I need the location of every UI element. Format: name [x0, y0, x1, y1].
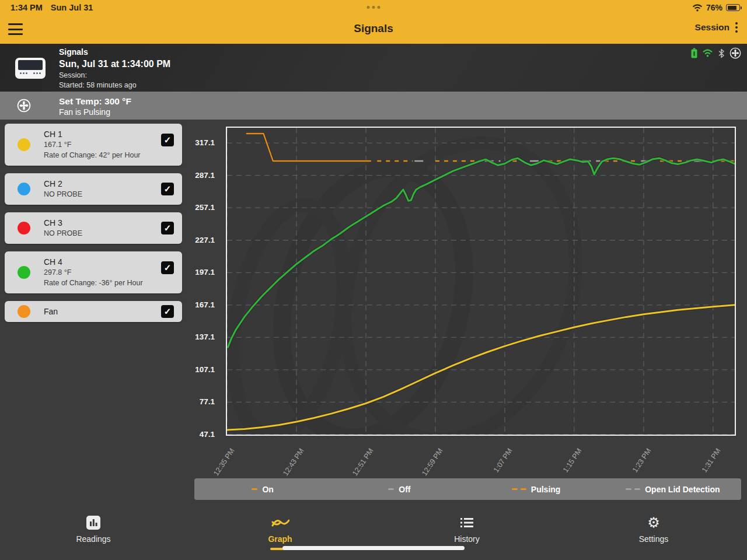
- temperature-chart[interactable]: [226, 127, 736, 436]
- bar-chart-icon: [86, 514, 101, 531]
- channel-detail: 167.1 °F: [44, 140, 154, 150]
- fan-icon: [17, 99, 31, 113]
- tab-history[interactable]: History: [374, 506, 560, 560]
- battery-percent: 76%: [706, 3, 722, 12]
- checkmark-icon: ✓: [164, 184, 172, 194]
- battery-icon: [726, 4, 740, 11]
- y-axis-tick: 77.1: [200, 397, 215, 406]
- off-dash-icon: [388, 488, 394, 490]
- status-bar: 1:34 PM Sun Jul 31 76%: [0, 0, 747, 15]
- y-axis-tick: 137.1: [195, 332, 215, 341]
- channel-checkbox[interactable]: ✓: [161, 261, 174, 274]
- channel-title: CH 4: [44, 257, 154, 267]
- y-axis-tick: 257.1: [195, 203, 215, 212]
- legend-label: Open Lid Detection: [645, 485, 720, 494]
- legend-label: Off: [399, 485, 410, 494]
- legend-item-on: On: [194, 485, 331, 494]
- session-label: Session: [695, 22, 729, 33]
- legend-item-pulsing: Pulsing: [468, 485, 605, 494]
- fan-legend-bar: OnOffPulsingOpen Lid Detection: [194, 478, 741, 500]
- channel-detail: NO PROBE: [44, 229, 154, 239]
- legend-item-off: Off: [331, 485, 467, 494]
- page-title: Signals: [0, 22, 747, 35]
- checkmark-icon: ✓: [164, 223, 172, 233]
- fan-icon: [729, 47, 741, 59]
- trend-lines-icon: [271, 514, 289, 531]
- checkmark-icon: ✓: [164, 135, 172, 145]
- tab-settings[interactable]: ⚙ Settings: [560, 506, 747, 560]
- device-battery-icon: [691, 48, 697, 58]
- y-axis-tick: 227.1: [195, 236, 215, 244]
- fan-state-label: Fan is Pulsing: [59, 107, 110, 117]
- y-axis-tick: 287.1: [195, 171, 215, 180]
- y-axis-tick: 47.1: [200, 430, 215, 439]
- status-date: Sun Jul 31: [51, 3, 93, 12]
- channel-color-dot: [18, 138, 30, 151]
- set-temp-label: Set Temp: 300 °F: [59, 96, 131, 107]
- channel-color-dot: [18, 222, 30, 235]
- kebab-menu-icon[interactable]: [735, 22, 738, 33]
- legend-item-open_lid: Open Lid Detection: [605, 485, 741, 494]
- channel-detail: Rate of Change: 42° per Hour: [44, 150, 154, 160]
- session-button[interactable]: Session: [695, 22, 738, 33]
- channel-card[interactable]: CH 4297.8 °FRate of Change: -36° per Hou…: [5, 251, 182, 293]
- device-session-label: Session:: [59, 71, 170, 79]
- channel-checkbox[interactable]: ✓: [161, 305, 174, 318]
- y-axis-tick: 317.1: [195, 138, 215, 147]
- channel-title: CH 1: [44, 129, 154, 139]
- channel-title: CH 3: [44, 218, 154, 228]
- signals-app-screen: 1:34 PM Sun Jul 31 76% Signals Session S: [0, 0, 747, 560]
- y-axis-labels: 317.1287.1257.1227.1197.1167.1137.1107.1…: [175, 128, 222, 435]
- fan-status-bar[interactable]: Set Temp: 300 °F Fan is Pulsing: [0, 92, 747, 120]
- device-info-bar[interactable]: Signals Sun, Jul 31 at 1:34:00 PM Sessio…: [0, 44, 747, 92]
- tab-label: Readings: [76, 534, 110, 544]
- y-axis-tick: 107.1: [195, 365, 215, 374]
- channel-detail: NO PROBE: [44, 190, 154, 200]
- list-icon: [459, 514, 474, 531]
- tab-label: History: [454, 534, 480, 544]
- app-bar: Signals Session: [0, 15, 747, 44]
- gear-icon: ⚙: [647, 514, 660, 531]
- channel-color-dot: [18, 183, 30, 195]
- multitasking-dots-icon: [367, 6, 381, 9]
- status-time: 1:34 PM: [11, 3, 43, 12]
- y-axis-tick: 197.1: [195, 268, 215, 276]
- chart-canvas: [227, 128, 735, 435]
- channel-list: CH 1167.1 °FRate of Change: 42° per Hour…: [5, 124, 182, 330]
- channel-title: CH 2: [44, 178, 154, 189]
- open_lid-dash-icon: [626, 488, 640, 490]
- home-indicator[interactable]: [282, 546, 465, 550]
- channel-card[interactable]: CH 3NO PROBE✓: [5, 212, 182, 244]
- tab-graph[interactable]: Graph: [187, 506, 374, 560]
- channel-checkbox[interactable]: ✓: [161, 183, 174, 195]
- tab-readings[interactable]: Readings: [0, 506, 187, 560]
- device-session-started: Started: 58 minutes ago: [59, 81, 170, 89]
- on-dash-icon: [252, 488, 257, 490]
- channel-card[interactable]: Fan✓: [5, 301, 182, 322]
- bluetooth-icon: [718, 48, 725, 58]
- legend-label: Pulsing: [531, 485, 561, 494]
- legend-label: On: [262, 485, 273, 494]
- y-axis-tick: 167.1: [195, 300, 215, 309]
- device-name: Signals: [59, 47, 170, 57]
- pulsing-dash-icon: [512, 488, 526, 490]
- channel-checkbox[interactable]: ✓: [161, 222, 174, 235]
- channel-detail: 297.8 °F: [44, 268, 154, 278]
- channel-color-dot: [18, 305, 30, 318]
- channel-checkbox[interactable]: ✓: [161, 134, 174, 146]
- channel-detail: Rate of Change: -36° per Hour: [44, 278, 154, 288]
- tab-bar: Readings Graph: [0, 506, 747, 560]
- tab-label: Settings: [639, 534, 669, 544]
- checkmark-icon: ✓: [164, 262, 172, 272]
- wifi-icon: [692, 4, 703, 12]
- device-wifi-icon: [702, 49, 713, 57]
- device-datetime: Sun, Jul 31 at 1:34:00 PM: [59, 59, 170, 69]
- channel-card[interactable]: CH 2NO PROBE✓: [5, 173, 182, 205]
- channel-color-dot: [18, 266, 30, 279]
- channel-title: Fan: [44, 306, 154, 317]
- channel-card[interactable]: CH 1167.1 °FRate of Change: 42° per Hour…: [5, 124, 182, 166]
- tab-label: Graph: [268, 534, 292, 544]
- checkmark-icon: ✓: [164, 306, 172, 316]
- device-icon: [15, 58, 46, 79]
